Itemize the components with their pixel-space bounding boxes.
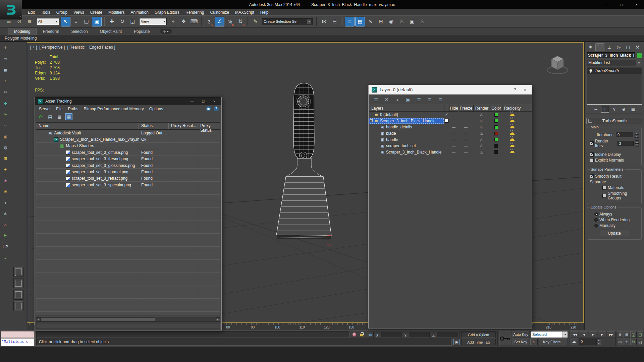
menu-item[interactable]: Animation <box>128 9 152 15</box>
modeling-tool-icon[interactable]: ✄ <box>1 88 10 97</box>
hide-toggle[interactable] <box>449 136 459 143</box>
asset-row[interactable]: scraper_tool_set_3_fresnel.png Found <box>36 156 220 162</box>
ribbon-tab[interactable]: Populate <box>128 28 155 35</box>
render-iters-field[interactable]: 2 <box>618 141 634 146</box>
selection-lock-icon[interactable] <box>360 332 364 337</box>
menu-item[interactable]: Edit <box>25 9 38 15</box>
create-new-layer-button[interactable]: ≣ <box>373 96 379 103</box>
utilities-tab[interactable]: ⚒ <box>633 43 642 51</box>
layer-row[interactable]: 0 (default) ♨ <box>369 112 532 118</box>
reference-coordinate-dropdown[interactable]: View▾ <box>139 18 167 25</box>
scrollbar-thumb[interactable] <box>41 318 155 321</box>
asset-row[interactable]: scraper_tool_set_3_glossiness.png Found <box>36 162 220 169</box>
time-tag-cube-icon[interactable]: ▣ <box>453 339 460 345</box>
layer-row[interactable]: blade ♨ <box>369 130 532 137</box>
hierarchy-tab[interactable]: ⊥ <box>605 43 614 51</box>
select-and-rotate-button[interactable]: ↻ <box>117 17 127 26</box>
zoom-region-button[interactable]: ▭ <box>617 339 623 345</box>
hide-toggle[interactable] <box>449 112 459 118</box>
scene-explorer-button[interactable]: ▤ <box>355 17 365 26</box>
modeling-tool-icon[interactable]: ⚑ <box>1 232 10 240</box>
display-tab[interactable]: ▢ <box>624 43 633 51</box>
select-object-button[interactable]: ↖ <box>61 17 70 26</box>
zoom-button[interactable]: ⊕ <box>617 331 623 338</box>
curve-editor-button[interactable]: ∿ <box>366 17 375 26</box>
add-time-tag-button[interactable]: Add Time Tag <box>461 339 496 345</box>
column-header-name[interactable]: Name <box>36 123 139 129</box>
smooth-result-checkbox[interactable] <box>590 174 594 178</box>
configure-modifier-sets-button[interactable]: ▦ <box>629 106 637 113</box>
freeze-toggle[interactable] <box>459 143 473 149</box>
freeze-toggle[interactable] <box>459 112 473 118</box>
show-end-result-button[interactable]: I <box>601 106 609 113</box>
select-and-move-button[interactable]: ✚ <box>107 17 117 26</box>
menu-item[interactable]: Create <box>87 9 105 15</box>
object-color-swatch[interactable] <box>637 53 642 58</box>
add-selection-to-layer-button[interactable]: + <box>394 96 401 103</box>
layer-manager-button[interactable]: ≣ <box>345 17 355 26</box>
asset-row[interactable]: Scraper_3_Inch_Black_Handle_max_vray.max… <box>36 136 220 142</box>
edit-named-selection-sets-button[interactable]: ✎ <box>251 17 260 26</box>
highlight-selected-objects-layers-button[interactable]: ≣ <box>426 96 433 103</box>
render-toggle[interactable]: ♨ <box>473 124 490 130</box>
menu-item[interactable]: Paths <box>65 107 81 111</box>
menu-item[interactable]: Views <box>70 9 87 15</box>
make-unique-button[interactable]: ∨ <box>610 106 619 113</box>
collapse-strip-handle[interactable]: ‹ <box>15 273 16 278</box>
expand-collapse-toggle[interactable]: − <box>370 119 373 122</box>
layer-row[interactable]: handle_details ♨ <box>369 124 532 130</box>
close-button[interactable]: × <box>629 0 644 9</box>
turbosmooth-rollout-header[interactable]: − TurboSmooth <box>586 118 642 124</box>
zoom-extents-button[interactable]: ◱ <box>630 331 637 338</box>
default-in-out-tangents-button[interactable]: ∿ <box>530 339 538 345</box>
asset-row[interactable]: Autodesk Vault Logged Out ... <box>36 130 220 136</box>
column-header-hide[interactable]: Hide <box>449 105 459 112</box>
color-cell[interactable] <box>490 136 502 143</box>
zoom-extents-all-button[interactable]: ◳ <box>637 331 643 338</box>
view-list-button[interactable]: ▤ <box>47 113 54 120</box>
render-toggle[interactable]: ♨ <box>473 118 490 124</box>
render-setup-button[interactable]: ♨ <box>397 17 407 26</box>
render-toggle[interactable]: ♨ <box>473 143 490 149</box>
z-coordinate-field[interactable] <box>437 333 458 338</box>
close-button[interactable]: × <box>521 87 529 92</box>
play-button[interactable]: ▶ <box>589 331 597 338</box>
column-header-status[interactable]: Status <box>139 123 169 129</box>
menu-item[interactable]: Options <box>147 107 166 111</box>
modeling-tool-icon[interactable]: ▦ <box>1 66 10 74</box>
current-frame-field[interactable]: 0 ▲▼ <box>579 339 601 345</box>
hide-toggle[interactable] <box>449 118 459 124</box>
horizontal-scrollbar[interactable]: ◂ ▸ <box>36 317 220 322</box>
modeling-tool-icon[interactable]: ❄ <box>1 209 10 218</box>
render-iters-checkbox[interactable] <box>590 141 594 145</box>
explicit-normals-checkbox[interactable] <box>590 158 594 162</box>
column-header-color[interactable]: Color <box>490 105 502 112</box>
layer-row[interactable]: handle ♨ <box>369 136 532 143</box>
color-cell[interactable] <box>490 124 502 130</box>
color-cell[interactable] <box>490 130 502 137</box>
view-table-button[interactable]: ▦ <box>65 113 72 120</box>
close-button[interactable]: × <box>210 99 219 103</box>
viewport-shading-menu[interactable]: [ Realistic + Edged Faces ] <box>67 45 115 50</box>
menu-item[interactable]: File <box>53 107 65 111</box>
ribbon-tab[interactable]: Modeling <box>8 28 37 35</box>
spinner-snap-toggle[interactable]: ⇅∪ <box>235 17 245 26</box>
freeze-toggle[interactable] <box>459 118 473 124</box>
menu-item[interactable]: Customize <box>207 9 232 15</box>
update-option-radio[interactable] <box>594 224 598 228</box>
viewport-layout-preset-button[interactable] <box>13 301 23 311</box>
create-tab[interactable]: ✶ <box>586 43 595 51</box>
polygon-modeling-bar[interactable]: Polygon Modeling <box>0 35 644 42</box>
selection-filter-dropdown[interactable]: All▾ <box>36 18 59 25</box>
modeling-tool-icon[interactable]: ✕ <box>1 221 10 229</box>
modeling-tool-icon[interactable]: ✛ <box>1 44 10 52</box>
modifier-stack-entry[interactable]: TurboSmooth <box>587 67 642 74</box>
freeze-toggle[interactable] <box>459 136 473 143</box>
align-button[interactable]: ⊟ <box>330 17 339 26</box>
delete-highlighted-layers-button[interactable]: ✕ <box>383 96 390 103</box>
go-to-end-button[interactable]: ▶▶ <box>607 331 615 338</box>
modeling-tool-icon[interactable]: ○ <box>1 121 10 130</box>
set-current-layer-button[interactable]: ≣ <box>416 96 422 103</box>
restore-button[interactable]: □ <box>199 99 208 103</box>
viewport-layout-preset-button[interactable] <box>13 278 23 288</box>
